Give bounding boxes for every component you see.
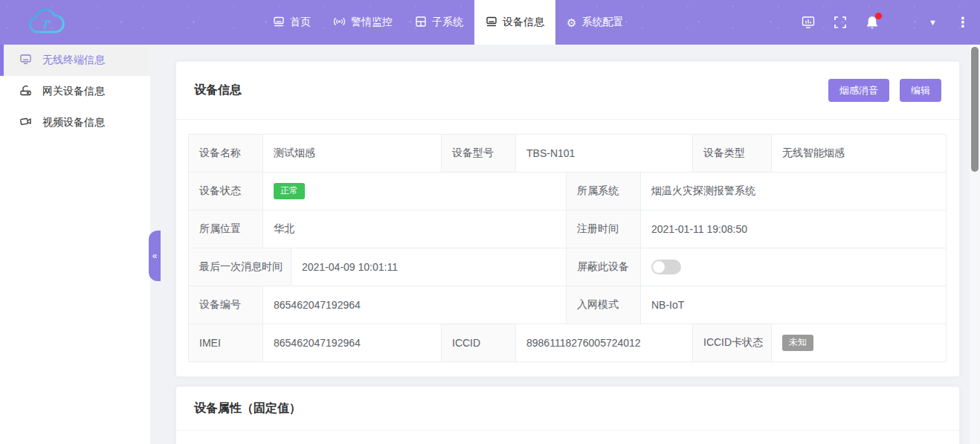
field-value: 89861118276005724012: [516, 324, 693, 361]
edit-button[interactable]: 编辑: [900, 79, 941, 102]
device-attributes-card-header: 设备属性（固定值）: [176, 387, 959, 431]
wireless-terminal-icon: [19, 53, 32, 68]
sidebar-collapse-handle[interactable]: «: [149, 231, 161, 281]
field-value: [641, 248, 946, 286]
table-row-location: 所属位置 华北 注册时间 2021-01-11 19:08:50: [189, 210, 946, 248]
sidebar-item-wireless-terminal[interactable]: 无线终端信息: [0, 45, 150, 76]
sidebar-item-video-device[interactable]: 视频设备信息: [0, 107, 150, 138]
field-label: ICCID: [442, 324, 516, 361]
field-value: 测试烟感: [263, 135, 442, 172]
card-title: 设备属性（固定值）: [194, 401, 301, 416]
table-row-device-status: 设备状态 正常 所属系统 烟温火灾探测报警系统: [189, 173, 946, 210]
field-label: 所属系统: [567, 173, 641, 210]
field-value: 华北: [263, 210, 567, 248]
main-nav: 首页 警情监控 子系统: [262, 0, 634, 45]
field-label: 屏蔽此设备: [567, 248, 641, 286]
nav-item-system-config[interactable]: ⚙ 系统配置: [555, 0, 634, 45]
nav-item-device-info[interactable]: 设备信息: [474, 0, 555, 45]
field-value: 865462047192964: [263, 324, 442, 361]
sidebar: 无线终端信息 网关设备信息 视频设备信息: [0, 45, 150, 444]
sidebar-item-label: 无线终端信息: [42, 54, 105, 67]
nav-label: 系统配置: [581, 16, 623, 29]
table-row-last-message: 最后一次消息时间 2021-04-09 10:01:11 屏蔽此设备: [189, 248, 946, 286]
nav-item-alarm-monitor[interactable]: 警情监控: [322, 0, 404, 45]
field-label: 设备编号: [189, 286, 263, 324]
sidebar-item-label: 网关设备信息: [42, 85, 105, 98]
nav-label: 警情监控: [351, 16, 393, 29]
device-attributes-card: 设备属性（固定值）: [175, 386, 960, 444]
field-label: ICCID卡状态: [693, 324, 772, 361]
gear-icon: ⚙: [567, 17, 576, 28]
field-label: 最后一次消息时间: [189, 248, 291, 286]
field-label: 所属位置: [189, 210, 263, 248]
nav-item-home[interactable]: 首页: [262, 0, 322, 45]
fullscreen-icon[interactable]: [834, 16, 847, 29]
table-row-imei-iccid: IMEI 865462047192964 ICCID 8986111827600…: [189, 324, 946, 362]
video-camera-icon: [19, 115, 32, 130]
notification-dot: [875, 13, 882, 19]
home-monitor-icon: [273, 16, 285, 30]
field-label: 入网模式: [567, 286, 641, 324]
vertical-scrollbar-track[interactable]: [970, 45, 980, 444]
field-value: 2021-01-11 19:08:50: [641, 210, 946, 248]
field-value: 865462047192964: [263, 286, 567, 324]
nav-item-subsystem[interactable]: 子系统: [404, 0, 474, 45]
chart-screen-icon[interactable]: [801, 15, 816, 30]
field-label: 注册时间: [567, 210, 641, 248]
field-value: TBS-N101: [516, 135, 693, 172]
svg-text:T: T: [42, 18, 51, 32]
sidebar-item-label: 视频设备信息: [42, 116, 105, 129]
caret-down-icon[interactable]: ▼: [929, 18, 937, 27]
sidebar-item-gateway[interactable]: 网关设备信息: [0, 76, 150, 107]
field-label: IMEI: [189, 324, 263, 361]
vertical-scrollbar-thumb[interactable]: [971, 47, 979, 172]
field-value: 无线智能烟感: [772, 135, 946, 172]
field-label: 设备类型: [693, 135, 772, 172]
card-header-buttons: 烟感消音 编辑: [828, 79, 941, 102]
device-info-table: 设备名称 测试烟感 设备型号 TBS-N101 设备类型 无线智能烟感 设备状态…: [188, 134, 947, 362]
status-badge: 正常: [274, 183, 305, 199]
device-monitor-icon: [486, 16, 497, 30]
device-info-card: 设备信息 烟感消音 编辑 设备名称 测试烟感 设备型号 TBS-N101 设备类…: [175, 61, 960, 377]
field-value: NB-IoT: [641, 286, 946, 324]
field-label: 设备状态: [189, 173, 263, 210]
broadcast-icon: [333, 16, 346, 30]
field-value: 2021-04-09 10:01:11: [291, 248, 567, 286]
card-title: 设备信息: [194, 83, 242, 98]
table-row-device-number: 设备编号 865462047192964 入网模式 NB-IoT: [189, 286, 946, 324]
field-label: 设备型号: [442, 135, 516, 172]
shield-device-toggle[interactable]: [651, 260, 681, 274]
table-row-device-name: 设备名称 测试烟感 设备型号 TBS-N101 设备类型 无线智能烟感: [189, 135, 946, 173]
field-value: 正常: [263, 173, 567, 210]
field-label: 设备名称: [189, 135, 263, 172]
iccid-card-status-badge: 未知: [782, 335, 813, 350]
nav-label: 设备信息: [503, 16, 544, 29]
bell-icon[interactable]: [865, 15, 880, 30]
field-value: 未知: [772, 324, 946, 361]
more-vertical-icon[interactable]: ⋮: [956, 14, 970, 30]
nav-label: 首页: [290, 16, 311, 29]
cloud-logo[interactable]: T: [21, 7, 80, 38]
smoke-mute-button[interactable]: 烟感消音: [828, 79, 889, 102]
nav-label: 子系统: [432, 16, 463, 29]
field-value: 烟温火灾探测报警系统: [641, 173, 946, 210]
topbar-actions: ▼ ⋮: [801, 0, 980, 45]
gateway-icon: [19, 84, 32, 99]
collapse-chevrons-icon: «: [152, 251, 158, 261]
top-navigation-bar: T 首页 警情监控: [0, 0, 980, 45]
device-info-card-header: 设备信息 烟感消音 编辑: [176, 62, 959, 120]
subsystem-grid-icon: [415, 16, 427, 30]
